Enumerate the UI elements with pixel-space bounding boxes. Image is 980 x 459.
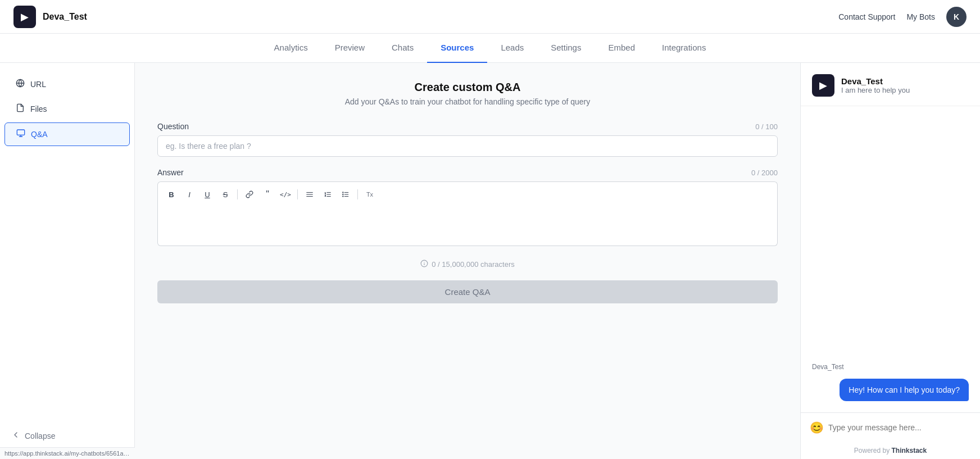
- content-area: Create custom Q&A Add your Q&As to train…: [135, 63, 800, 459]
- tab-settings[interactable]: Settings: [537, 34, 595, 63]
- collapse-icon: [11, 430, 20, 441]
- globe-icon: [16, 79, 25, 90]
- char-info: 0 / 15,000,000 characters: [157, 260, 778, 269]
- chat-input[interactable]: [828, 423, 971, 432]
- logo-icon: ▶: [13, 6, 36, 28]
- footer-text: Powered by: [854, 447, 892, 455]
- bold-button[interactable]: B: [164, 187, 179, 202]
- chat-message-bubble: Hey! How can I help you today?: [840, 379, 969, 401]
- nav-tabs: Analytics Preview Chats Sources Leads Se…: [0, 34, 980, 63]
- chat-bot-status: I am here to help you: [841, 86, 910, 94]
- sidebar-item-qna[interactable]: Q&A: [4, 122, 130, 146]
- form-title: Create custom Q&A: [157, 81, 778, 94]
- svg-rect-2: [17, 130, 24, 135]
- link-button[interactable]: [242, 187, 257, 202]
- chat-footer: Powered by Thinkstack: [801, 442, 980, 459]
- answer-group: Answer 0 / 2000 B I U S " </>: [157, 168, 778, 248]
- toolbar-sep-3: [357, 189, 358, 199]
- emoji-icon: 😊: [810, 421, 824, 434]
- tab-embed[interactable]: Embed: [595, 34, 648, 63]
- tab-leads[interactable]: Leads: [487, 34, 537, 63]
- tab-preview[interactable]: Preview: [321, 34, 378, 63]
- sidebar-files-label: Files: [30, 104, 47, 113]
- url-bar: https://app.thinkstack.ai/my-chatbots/65…: [0, 447, 135, 459]
- chat-bot-name: Deva_Test: [841, 76, 910, 86]
- sidebar-qna-label: Q&A: [31, 130, 48, 139]
- question-input[interactable]: [157, 135, 778, 157]
- question-group: Question 0 / 100: [157, 122, 778, 157]
- header-right: Contact Support My Bots K: [838, 7, 967, 27]
- italic-button[interactable]: I: [182, 187, 197, 202]
- code-button[interactable]: </>: [278, 187, 293, 202]
- rich-toolbar: B I U S " </>: [157, 181, 778, 207]
- svg-point-16: [343, 196, 343, 197]
- unordered-list-button[interactable]: [338, 187, 353, 202]
- sidebar-collapse[interactable]: Collapse: [0, 421, 134, 450]
- collapse-label: Collapse: [25, 431, 55, 440]
- tab-integrations[interactable]: Integrations: [648, 34, 719, 63]
- chat-bot-logo: ▶: [812, 74, 834, 97]
- chat-body: Deva_Test Hey! How can I help you today?: [801, 106, 980, 412]
- create-qna-button[interactable]: Create Q&A: [157, 280, 778, 303]
- my-bots-link[interactable]: My Bots: [906, 12, 935, 21]
- ordered-list-button[interactable]: [320, 187, 335, 202]
- contact-support-link[interactable]: Contact Support: [838, 12, 895, 21]
- sidebar-item-files[interactable]: Files: [4, 98, 130, 120]
- chat-header: ▶ Deva_Test I am here to help you: [801, 63, 980, 106]
- question-counter: 0 / 100: [755, 122, 778, 131]
- quote-button[interactable]: ": [260, 187, 275, 202]
- user-avatar[interactable]: K: [946, 7, 967, 27]
- app-name: Deva_Test: [43, 12, 87, 22]
- align-button[interactable]: [302, 187, 317, 202]
- sidebar-item-url[interactable]: URL: [4, 73, 130, 96]
- question-label: Question: [157, 122, 189, 131]
- answer-editor[interactable]: [157, 207, 778, 246]
- answer-counter: 0 / 2000: [751, 169, 778, 177]
- underline-button[interactable]: U: [199, 187, 215, 202]
- qna-icon: [16, 129, 25, 140]
- sidebar: URL Files Q&A: [0, 63, 135, 459]
- answer-label: Answer: [157, 168, 184, 177]
- info-icon: [420, 260, 428, 269]
- toolbar-sep-1: [237, 189, 238, 199]
- chat-input-area: 😊: [801, 412, 980, 442]
- char-count: 0 / 15,000,000 characters: [432, 260, 514, 269]
- svg-point-15: [343, 194, 343, 194]
- header: ▶ Deva_Test Contact Support My Bots K: [0, 0, 980, 34]
- chat-messages: Deva_Test Hey! How can I help you today?: [812, 363, 969, 401]
- sidebar-url-label: URL: [30, 80, 46, 89]
- clear-format-button[interactable]: Tx: [362, 187, 378, 202]
- strikethrough-button[interactable]: S: [217, 187, 233, 202]
- footer-brand: Thinkstack: [892, 447, 927, 455]
- chat-sender-label: Deva_Test: [812, 363, 969, 371]
- tab-chats[interactable]: Chats: [378, 34, 427, 63]
- file-icon: [16, 103, 25, 115]
- form-subtitle: Add your Q&As to train your chatbot for …: [157, 97, 778, 106]
- svg-point-14: [343, 192, 343, 193]
- toolbar-sep-2: [297, 189, 298, 199]
- tab-analytics[interactable]: Analytics: [261, 34, 321, 63]
- header-left: ▶ Deva_Test: [13, 6, 87, 28]
- main-area: URL Files Q&A: [0, 63, 980, 459]
- tab-sources[interactable]: Sources: [427, 34, 487, 63]
- chat-panel: ▶ Deva_Test I am here to help you Deva_T…: [800, 63, 980, 459]
